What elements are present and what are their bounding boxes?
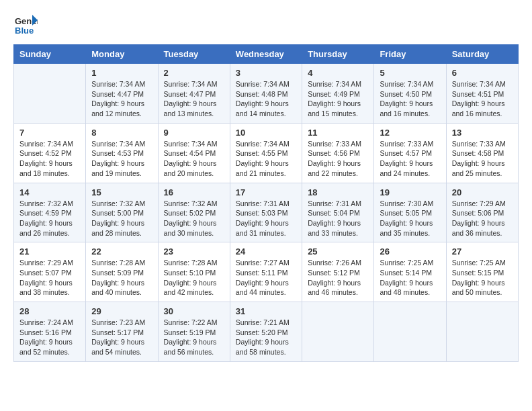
- day-number: 18: [308, 187, 368, 197]
- header-cell-monday: Monday: [86, 45, 158, 64]
- day-info: Sunrise: 7:21 AM Sunset: 5:20 PM Dayligh…: [236, 318, 296, 357]
- week-row-5: 28Sunrise: 7:24 AM Sunset: 5:16 PM Dayli…: [14, 302, 519, 362]
- day-cell: 9Sunrise: 7:34 AM Sunset: 4:54 PM Daylig…: [158, 123, 230, 183]
- day-number: 17: [236, 187, 296, 197]
- day-number: 31: [236, 306, 296, 316]
- day-info: Sunrise: 7:25 AM Sunset: 5:15 PM Dayligh…: [452, 258, 513, 298]
- day-cell: 25Sunrise: 7:26 AM Sunset: 5:12 PM Dayli…: [302, 242, 374, 302]
- day-info: Sunrise: 7:33 AM Sunset: 4:56 PM Dayligh…: [308, 139, 368, 179]
- day-cell: 30Sunrise: 7:22 AM Sunset: 5:19 PM Dayli…: [158, 302, 230, 362]
- day-number: 16: [164, 187, 224, 197]
- day-cell: 22Sunrise: 7:28 AM Sunset: 5:09 PM Dayli…: [86, 242, 158, 302]
- day-info: Sunrise: 7:34 AM Sunset: 4:55 PM Dayligh…: [236, 139, 296, 179]
- day-info: Sunrise: 7:34 AM Sunset: 4:54 PM Dayligh…: [164, 139, 224, 179]
- day-number: 26: [380, 246, 440, 257]
- day-info: Sunrise: 7:34 AM Sunset: 4:49 PM Dayligh…: [308, 79, 368, 119]
- day-info: Sunrise: 7:31 AM Sunset: 5:03 PM Dayligh…: [236, 199, 296, 238]
- day-cell: 5Sunrise: 7:34 AM Sunset: 4:50 PM Daylig…: [374, 64, 446, 124]
- day-cell: 2Sunrise: 7:34 AM Sunset: 4:47 PM Daylig…: [158, 64, 230, 124]
- day-cell: 14Sunrise: 7:32 AM Sunset: 4:59 PM Dayli…: [14, 183, 86, 242]
- header-cell-sunday: Sunday: [14, 45, 86, 64]
- day-number: 9: [164, 128, 224, 138]
- day-cell: 21Sunrise: 7:29 AM Sunset: 5:07 PM Dayli…: [14, 242, 86, 302]
- day-number: 4: [308, 68, 368, 78]
- day-number: 11: [308, 128, 368, 138]
- day-number: 15: [91, 187, 152, 197]
- day-number: 25: [308, 246, 368, 257]
- day-info: Sunrise: 7:28 AM Sunset: 5:10 PM Dayligh…: [164, 258, 224, 298]
- day-info: Sunrise: 7:27 AM Sunset: 5:11 PM Dayligh…: [236, 258, 296, 298]
- day-info: Sunrise: 7:34 AM Sunset: 4:52 PM Dayligh…: [19, 139, 80, 179]
- day-cell: 23Sunrise: 7:28 AM Sunset: 5:10 PM Dayli…: [158, 242, 230, 302]
- day-cell: 7Sunrise: 7:34 AM Sunset: 4:52 PM Daylig…: [14, 123, 86, 183]
- day-info: Sunrise: 7:32 AM Sunset: 5:02 PM Dayligh…: [164, 199, 224, 238]
- day-info: Sunrise: 7:24 AM Sunset: 5:16 PM Dayligh…: [19, 318, 80, 357]
- logo: General Blue: [13, 13, 38, 38]
- day-number: 1: [91, 68, 152, 78]
- day-info: Sunrise: 7:23 AM Sunset: 5:17 PM Dayligh…: [91, 318, 152, 357]
- day-cell: 6Sunrise: 7:34 AM Sunset: 4:51 PM Daylig…: [446, 64, 518, 124]
- day-info: Sunrise: 7:26 AM Sunset: 5:12 PM Dayligh…: [308, 258, 368, 298]
- day-cell: 17Sunrise: 7:31 AM Sunset: 5:03 PM Dayli…: [230, 183, 302, 242]
- day-cell: 3Sunrise: 7:34 AM Sunset: 4:48 PM Daylig…: [230, 64, 302, 124]
- day-number: 22: [91, 246, 152, 257]
- day-info: Sunrise: 7:33 AM Sunset: 4:57 PM Dayligh…: [380, 139, 440, 179]
- day-number: 23: [164, 246, 224, 257]
- day-number: 24: [236, 246, 296, 257]
- day-number: 7: [19, 128, 80, 138]
- day-cell: 18Sunrise: 7:31 AM Sunset: 5:04 PM Dayli…: [302, 183, 374, 242]
- week-row-3: 14Sunrise: 7:32 AM Sunset: 4:59 PM Dayli…: [14, 183, 519, 242]
- week-row-2: 7Sunrise: 7:34 AM Sunset: 4:52 PM Daylig…: [14, 123, 519, 183]
- day-info: Sunrise: 7:25 AM Sunset: 5:14 PM Dayligh…: [380, 258, 440, 298]
- day-number: 29: [91, 306, 152, 316]
- day-cell: [302, 302, 374, 362]
- day-info: Sunrise: 7:28 AM Sunset: 5:09 PM Dayligh…: [91, 258, 152, 298]
- day-info: Sunrise: 7:22 AM Sunset: 5:19 PM Dayligh…: [164, 318, 224, 357]
- week-row-1: 1Sunrise: 7:34 AM Sunset: 4:47 PM Daylig…: [14, 64, 519, 124]
- day-number: 8: [91, 128, 152, 138]
- header-cell-friday: Friday: [374, 45, 446, 64]
- day-number: 21: [19, 246, 80, 257]
- day-cell: [14, 64, 86, 124]
- day-cell: 15Sunrise: 7:32 AM Sunset: 5:00 PM Dayli…: [86, 183, 158, 242]
- day-cell: 4Sunrise: 7:34 AM Sunset: 4:49 PM Daylig…: [302, 64, 374, 124]
- day-info: Sunrise: 7:33 AM Sunset: 4:58 PM Dayligh…: [452, 139, 513, 179]
- day-cell: [374, 302, 446, 362]
- day-info: Sunrise: 7:29 AM Sunset: 5:06 PM Dayligh…: [452, 199, 513, 238]
- day-number: 30: [164, 306, 224, 316]
- day-number: 2: [164, 68, 224, 78]
- day-cell: 26Sunrise: 7:25 AM Sunset: 5:14 PM Dayli…: [374, 242, 446, 302]
- day-cell: 31Sunrise: 7:21 AM Sunset: 5:20 PM Dayli…: [230, 302, 302, 362]
- day-cell: 10Sunrise: 7:34 AM Sunset: 4:55 PM Dayli…: [230, 123, 302, 183]
- day-number: 27: [452, 246, 513, 257]
- day-info: Sunrise: 7:34 AM Sunset: 4:50 PM Dayligh…: [380, 79, 440, 119]
- day-info: Sunrise: 7:31 AM Sunset: 5:04 PM Dayligh…: [308, 199, 368, 238]
- day-cell: 1Sunrise: 7:34 AM Sunset: 4:47 PM Daylig…: [86, 64, 158, 124]
- header-cell-wednesday: Wednesday: [230, 45, 302, 64]
- day-cell: [446, 302, 518, 362]
- day-cell: 11Sunrise: 7:33 AM Sunset: 4:56 PM Dayli…: [302, 123, 374, 183]
- day-info: Sunrise: 7:34 AM Sunset: 4:53 PM Dayligh…: [91, 139, 152, 179]
- day-cell: 24Sunrise: 7:27 AM Sunset: 5:11 PM Dayli…: [230, 242, 302, 302]
- day-number: 6: [452, 68, 513, 78]
- day-cell: 28Sunrise: 7:24 AM Sunset: 5:16 PM Dayli…: [14, 302, 86, 362]
- day-number: 19: [380, 187, 440, 197]
- day-info: Sunrise: 7:30 AM Sunset: 5:05 PM Dayligh…: [380, 199, 440, 238]
- day-info: Sunrise: 7:32 AM Sunset: 5:00 PM Dayligh…: [91, 199, 152, 238]
- header-cell-thursday: Thursday: [302, 45, 374, 64]
- header-cell-saturday: Saturday: [446, 45, 518, 64]
- day-number: 28: [19, 306, 80, 316]
- header: General Blue: [13, 13, 519, 38]
- day-cell: 12Sunrise: 7:33 AM Sunset: 4:57 PM Dayli…: [374, 123, 446, 183]
- day-number: 12: [380, 128, 440, 138]
- day-info: Sunrise: 7:29 AM Sunset: 5:07 PM Dayligh…: [19, 258, 80, 298]
- day-cell: 27Sunrise: 7:25 AM Sunset: 5:15 PM Dayli…: [446, 242, 518, 302]
- day-number: 13: [452, 128, 513, 138]
- day-cell: 8Sunrise: 7:34 AM Sunset: 4:53 PM Daylig…: [86, 123, 158, 183]
- day-cell: 13Sunrise: 7:33 AM Sunset: 4:58 PM Dayli…: [446, 123, 518, 183]
- day-info: Sunrise: 7:34 AM Sunset: 4:47 PM Dayligh…: [91, 79, 152, 119]
- svg-text:Blue: Blue: [15, 26, 34, 36]
- day-number: 14: [19, 187, 80, 197]
- day-info: Sunrise: 7:34 AM Sunset: 4:47 PM Dayligh…: [164, 79, 224, 119]
- day-cell: 29Sunrise: 7:23 AM Sunset: 5:17 PM Dayli…: [86, 302, 158, 362]
